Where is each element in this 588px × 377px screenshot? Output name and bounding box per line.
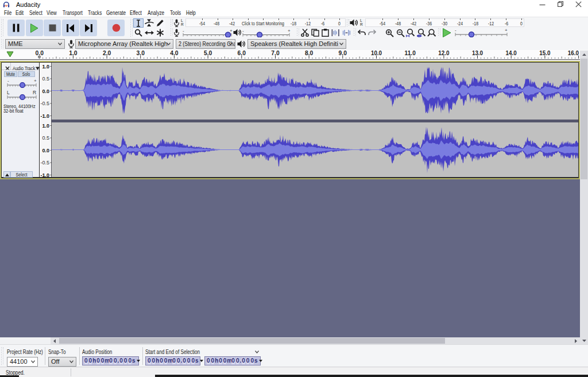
svg-text:L: L [360, 18, 362, 22]
svg-text:5.0: 5.0 [204, 50, 212, 56]
svg-text:0.5: 0.5 [42, 135, 49, 141]
svg-text:L: L [7, 90, 10, 95]
svg-text:+: + [230, 29, 233, 33]
svg-text:+: + [288, 29, 291, 33]
svg-text:13.0: 13.0 [472, 50, 483, 56]
svg-text:2.0: 2.0 [103, 50, 111, 56]
svg-text:8.0: 8.0 [305, 50, 314, 56]
svg-text:1.0: 1.0 [69, 50, 78, 56]
svg-text:9.0: 9.0 [339, 50, 347, 56]
svg-text:-1.0: -1.0 [40, 113, 49, 119]
svg-text:-: - [183, 29, 184, 33]
svg-text:4.0: 4.0 [170, 50, 179, 56]
svg-text:7.0: 7.0 [271, 50, 280, 56]
svg-text:6.0: 6.0 [238, 50, 246, 56]
svg-text:R: R [181, 22, 184, 26]
svg-text:10.0: 10.0 [371, 50, 382, 56]
svg-text:0.0: 0.0 [42, 148, 49, 153]
svg-text:15.0: 15.0 [539, 50, 550, 56]
svg-text:12.0: 12.0 [438, 50, 449, 56]
svg-text:1.0: 1.0 [42, 64, 49, 70]
svg-text:R: R [360, 22, 363, 26]
svg-text:0.0: 0.0 [42, 89, 49, 94]
svg-text:-0.5: -0.5 [40, 160, 49, 166]
svg-text:1.0: 1.0 [42, 123, 49, 129]
svg-text:-: - [7, 78, 9, 83]
svg-text:-: - [455, 28, 457, 33]
svg-text:11.0: 11.0 [405, 50, 416, 56]
svg-text:3.0: 3.0 [137, 50, 145, 56]
svg-text:+: + [34, 78, 37, 83]
svg-text:-: - [242, 29, 244, 33]
svg-text:-0.5: -0.5 [40, 101, 49, 106]
svg-text:0.0: 0.0 [36, 50, 44, 56]
svg-text:0.5: 0.5 [42, 76, 49, 82]
svg-text:-1.0: -1.0 [40, 172, 49, 178]
svg-text:+: + [505, 28, 508, 33]
svg-text:L: L [181, 18, 183, 22]
svg-text:16.0: 16.0 [568, 50, 579, 56]
svg-text:14.0: 14.0 [506, 50, 517, 56]
svg-text:R: R [33, 90, 36, 95]
